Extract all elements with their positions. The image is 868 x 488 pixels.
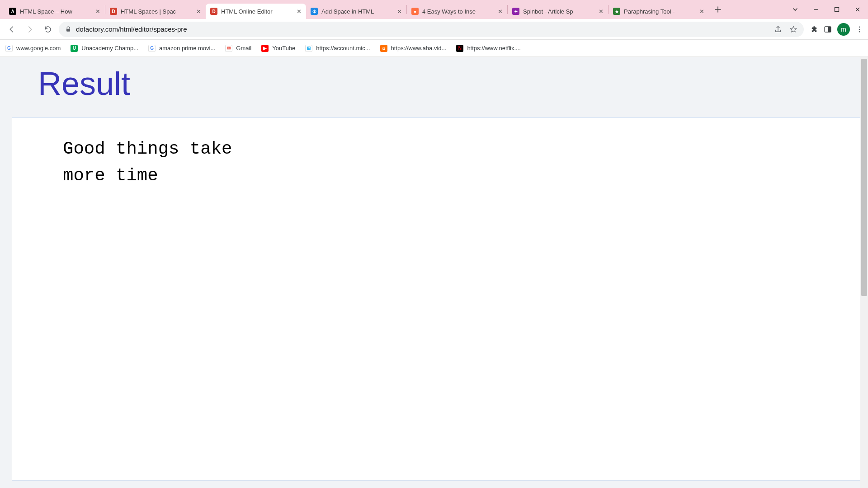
bookmark-5[interactable]: ⊞ https://account.mic... xyxy=(305,45,370,52)
bookmark-2-icon: G xyxy=(148,45,156,52)
tab-5-title: Spinbot - Article Sp xyxy=(523,8,597,15)
bookmark-4-icon: ▶ xyxy=(261,45,269,52)
browser-titlebar: Λ HTML Space – How ✕ D HTML Spaces | Spa… xyxy=(0,0,868,19)
bookmarks-bar: G www.google.com U Unacademy Champ... G … xyxy=(0,40,868,57)
bookmark-1-label: Unacademy Champ... xyxy=(81,45,138,52)
bookmark-0-icon: G xyxy=(5,45,13,52)
svg-rect-1 xyxy=(66,28,70,31)
tab-5-favicon: ✦ xyxy=(512,8,519,15)
tab-1-favicon: D xyxy=(110,8,117,15)
back-button[interactable] xyxy=(5,22,19,37)
new-tab-button[interactable] xyxy=(712,3,724,16)
tab-2-title: HTML Online Editor xyxy=(221,8,295,15)
tab-3[interactable]: ① Add Space in HTML ✕ xyxy=(306,4,406,19)
avatar-letter: m xyxy=(841,26,846,33)
tab-4-favicon: ● xyxy=(411,8,419,15)
bookmark-0-label: www.google.com xyxy=(16,45,61,52)
svg-rect-3 xyxy=(828,27,831,32)
tab-0-title: HTML Space – How xyxy=(20,8,94,15)
tab-3-close-icon[interactable]: ✕ xyxy=(396,8,403,15)
tab-5-close-icon[interactable]: ✕ xyxy=(597,8,604,15)
tab-strip: Λ HTML Space – How ✕ D HTML Spaces | Spa… xyxy=(5,0,724,19)
minimize-icon[interactable] xyxy=(806,2,826,17)
bookmark-1-icon: U xyxy=(71,45,78,52)
tab-6[interactable]: ★ Paraphrasing Tool - ✕ xyxy=(609,4,709,19)
tab-3-title: Add Space in HTML xyxy=(321,8,396,15)
bookmark-4-label: YouTube xyxy=(272,45,295,52)
share-icon[interactable] xyxy=(774,25,782,33)
browser-toolbar: dofactory.com/html/editor/spaces-pre m xyxy=(0,19,868,40)
tab-3-favicon: ① xyxy=(311,8,318,15)
bookmark-6-icon: a xyxy=(380,45,387,52)
bookmark-7[interactable]: N https://www.netflix.... xyxy=(456,45,521,52)
window-controls xyxy=(785,0,868,19)
bookmark-6[interactable]: a https://www.aha.vid... xyxy=(380,45,447,52)
bookmark-2-label: amazon prime movi... xyxy=(159,45,215,52)
address-bar[interactable]: dofactory.com/html/editor/spaces-pre xyxy=(59,22,804,37)
profile-avatar[interactable]: m xyxy=(837,23,850,36)
page-content: Result Good things take more time xyxy=(0,57,868,488)
bookmark-2[interactable]: G amazon prime movi... xyxy=(148,45,215,52)
tab-1[interactable]: D HTML Spaces | Spac ✕ xyxy=(105,4,206,19)
tab-5[interactable]: ✦ Spinbot - Article Sp ✕ xyxy=(508,4,608,19)
maximize-icon[interactable] xyxy=(826,2,847,17)
bookmark-4[interactable]: ▶ YouTube xyxy=(261,45,295,52)
svg-point-4 xyxy=(859,26,860,28)
svg-rect-0 xyxy=(835,8,839,12)
vertical-scrollbar[interactable] xyxy=(860,57,868,488)
preformatted-output: Good things take more time xyxy=(63,136,863,189)
tab-6-title: Paraphrasing Tool - xyxy=(624,8,698,15)
result-panel: Good things take more time xyxy=(12,117,863,481)
tab-1-close-icon[interactable]: ✕ xyxy=(195,8,202,15)
bookmark-3-icon: ✉ xyxy=(225,45,232,52)
reload-button[interactable] xyxy=(41,22,55,37)
bookmark-7-icon: N xyxy=(456,45,463,52)
tab-0-favicon: Λ xyxy=(9,8,16,15)
bookmark-3-label: Gmail xyxy=(236,45,251,52)
bookmark-5-label: https://account.mic... xyxy=(316,45,370,52)
bookmark-6-label: https://www.aha.vid... xyxy=(391,45,447,52)
bookmark-star-icon[interactable] xyxy=(789,25,797,33)
omnibox-actions xyxy=(774,25,797,33)
tab-4-title: 4 Easy Ways to Inse xyxy=(422,8,496,15)
forward-button[interactable] xyxy=(23,22,37,37)
bookmark-5-icon: ⊞ xyxy=(305,45,312,52)
bookmark-0[interactable]: G www.google.com xyxy=(5,45,61,52)
close-window-icon[interactable] xyxy=(847,2,868,17)
tab-0-close-icon[interactable]: ✕ xyxy=(94,8,101,15)
tab-2-favicon: D xyxy=(210,8,217,15)
tab-6-favicon: ★ xyxy=(613,8,620,15)
tab-4[interactable]: ● 4 Easy Ways to Inse ✕ xyxy=(407,4,507,19)
url-text: dofactory.com/html/editor/spaces-pre xyxy=(76,25,187,33)
bookmark-7-label: https://www.netflix.... xyxy=(467,45,521,52)
menu-icon[interactable] xyxy=(855,25,863,33)
tab-4-close-icon[interactable]: ✕ xyxy=(496,8,504,15)
toolbar-right: m xyxy=(807,23,863,36)
tab-2-close-icon[interactable]: ✕ xyxy=(295,8,302,15)
result-heading: Result xyxy=(12,57,868,117)
tab-search-icon[interactable] xyxy=(785,2,806,17)
tab-1-title: HTML Spaces | Spac xyxy=(121,8,195,15)
svg-point-5 xyxy=(859,28,860,30)
svg-point-6 xyxy=(859,31,860,32)
tab-2-active[interactable]: D HTML Online Editor ✕ xyxy=(206,4,306,19)
tab-6-close-icon[interactable]: ✕ xyxy=(698,8,705,15)
bookmark-3[interactable]: ✉ Gmail xyxy=(225,45,251,52)
extensions-icon[interactable] xyxy=(810,25,818,33)
lock-icon xyxy=(65,26,71,33)
tab-0[interactable]: Λ HTML Space – How ✕ xyxy=(5,4,105,19)
side-panel-icon[interactable] xyxy=(824,25,832,33)
scrollbar-thumb[interactable] xyxy=(861,59,867,296)
bookmark-1[interactable]: U Unacademy Champ... xyxy=(71,45,138,52)
